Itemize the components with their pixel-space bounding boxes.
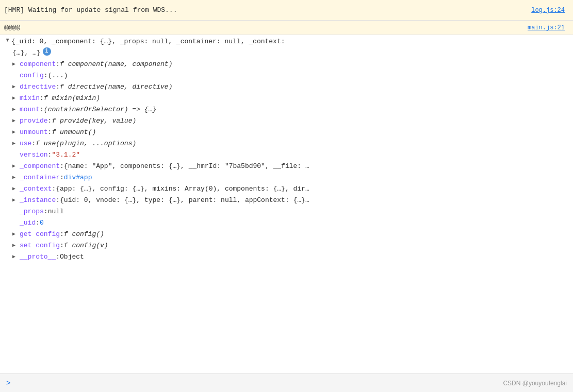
prop-key-get_config: get config: [20, 229, 60, 240]
prop-key-set_config: set config: [20, 240, 60, 251]
prop-triangle-_container[interactable]: ▶: [12, 172, 19, 183]
prop-row-mixin: ▶mixin: f mixin(mixin): [4, 93, 569, 104]
prop-triangle-mixin[interactable]: ▶: [12, 93, 19, 104]
prop-key-version: version: [20, 149, 48, 161]
prop-triangle-_instance[interactable]: ▶: [12, 195, 19, 206]
prop-separator-get_config: :: [60, 229, 64, 240]
prop-value-directive: f directive(name, directive): [60, 81, 172, 93]
prop-key-use: use: [20, 138, 31, 149]
prop-row-get_config: ▶get config: f config(): [4, 229, 569, 240]
prop-row-_component: ▶_component: {name: "App", components: {…: [4, 161, 569, 172]
prop-triangle-directive[interactable]: ▶: [12, 81, 19, 93]
prop-row-mount: ▶mount: (containerOrSelector) => {…}: [4, 104, 569, 115]
prop-no-triangle-config: [12, 70, 19, 81]
prop-value-use: f use(plugin, ...options): [36, 138, 136, 149]
prop-triangle-_component[interactable]: ▶: [12, 161, 19, 172]
prop-separator-mount: :: [40, 104, 44, 115]
prop-triangle-provide[interactable]: ▶: [12, 115, 19, 127]
prop-value-mixin: f mixin(mixin): [44, 93, 100, 104]
prop-row-_context: ▶_context: {app: {…}, config: {…}, mixin…: [4, 183, 569, 195]
prop-row-component: ▶component: f component(name, component): [4, 59, 569, 70]
prop-value-_uid: 0: [40, 217, 44, 229]
obj-preview-row: ▶ {_uid: 0, _component: {…}, _props: nul…: [4, 36, 569, 47]
prop-key-_props: _props: [20, 206, 44, 217]
prop-triangle-use[interactable]: ▶: [12, 138, 19, 149]
prop-row-config: config: (...): [4, 70, 569, 81]
prop-row-use: ▶use: f use(plugin, ...options): [4, 138, 569, 149]
prop-value-_props: null: [48, 206, 64, 217]
obj-preview-text: {_uid: 0, _component: {…}, _props: null,…: [11, 36, 285, 47]
prop-separator-version: :: [48, 149, 52, 161]
console-container: [HMR] Waiting for update signal from WDS…: [0, 0, 573, 392]
prop-value-component: f component(name, component): [60, 59, 172, 70]
obj-preview-row2: {…}, …} i: [4, 47, 569, 59]
watermark: CSDN @youyoufenglai: [503, 380, 567, 387]
prop-separator-_context: :: [52, 183, 56, 195]
prop-row-version: version: "3.1.2": [4, 149, 569, 161]
atат-source[interactable]: main.js:21: [528, 24, 565, 31]
prop-no-triangle-version: [12, 149, 19, 161]
prop-value-_instance: {uid: 0, vnode: {…}, type: {…}, parent: …: [60, 195, 309, 206]
object-block: ▶ {_uid: 0, _component: {…}, _props: nul…: [0, 35, 573, 373]
prop-value-_context: {app: {…}, config: {…}, mixins: Array(0)…: [56, 183, 309, 195]
prop-separator-_container: :: [60, 172, 64, 183]
prop-key-mount: mount: [20, 104, 40, 115]
prop-separator-_uid: :: [36, 217, 40, 229]
prop-triangle-__proto__[interactable]: ▶: [12, 251, 19, 263]
prop-row-unmount: ▶unmount: f unmount(): [4, 127, 569, 138]
prop-separator-component: :: [56, 59, 60, 70]
prop-separator-use: :: [31, 138, 36, 149]
info-icon[interactable]: i: [43, 47, 51, 56]
prop-row-provide: ▶provide: f provide(key, value): [4, 115, 569, 127]
prop-key-_context: _context: [20, 183, 52, 195]
prop-key-component: component: [20, 59, 56, 70]
prop-no-triangle-_uid: [12, 217, 19, 229]
bottom-bar: > CSDN @youyoufenglai: [0, 373, 573, 392]
prop-separator-provide: :: [48, 115, 52, 127]
prop-row-__proto__: ▶__proto__: Object: [4, 251, 569, 263]
prop-value-__proto__: Object: [60, 251, 84, 263]
prop-value-mount: (containerOrSelector) => {…}: [44, 104, 156, 115]
prop-triangle-set_config[interactable]: ▶: [12, 240, 19, 251]
prop-separator-_instance: :: [56, 195, 60, 206]
prop-no-triangle-_props: [12, 206, 19, 217]
prop-value-version: "3.1.2": [52, 149, 80, 161]
hmr-source[interactable]: log.js:24: [531, 7, 565, 14]
console-prompt[interactable]: >: [6, 379, 10, 387]
prop-triangle-component[interactable]: ▶: [12, 59, 19, 70]
prop-separator-unmount: :: [48, 127, 52, 138]
prop-key-mixin: mixin: [20, 93, 40, 104]
prop-separator-directive: :: [56, 81, 60, 93]
prop-key-_instance: _instance: [20, 195, 56, 206]
prop-separator-mixin: :: [40, 93, 44, 104]
prop-separator-__proto__: :: [56, 251, 60, 263]
prop-row-_container: ▶_container: div#app: [4, 172, 569, 183]
prop-separator-set_config: :: [60, 240, 64, 251]
prop-value-get_config: f config(): [64, 229, 104, 240]
prop-key-directive: directive: [20, 81, 56, 93]
prop-row-_instance: ▶_instance: {uid: 0, vnode: {…}, type: {…: [4, 195, 569, 206]
prop-value-set_config: f config(v): [64, 240, 108, 251]
prop-triangle-get_config[interactable]: ▶: [12, 229, 19, 240]
prop-key-__proto__: __proto__: [20, 251, 56, 263]
prop-row-_props: _props: null: [4, 206, 569, 217]
prop-value-_container: div#app: [64, 172, 92, 183]
prop-value-unmount: f unmount(): [52, 127, 96, 138]
prop-triangle-mount[interactable]: ▶: [12, 104, 19, 115]
prop-triangle-unmount[interactable]: ▶: [12, 127, 19, 138]
expand-triangle[interactable]: ▶: [2, 39, 13, 45]
prop-row-directive: ▶directive: f directive(name, directive): [4, 81, 569, 93]
atats-text: @@@@: [4, 24, 20, 31]
prop-key-_component: _component: [20, 161, 60, 172]
obj-preview-text2: {…}, …}: [12, 47, 41, 59]
prop-value-config: (...): [48, 70, 68, 81]
prop-value-provide: f provide(key, value): [52, 115, 136, 127]
prop-key-_container: _container: [20, 172, 60, 183]
prop-separator-config: :: [44, 70, 48, 81]
prop-triangle-_context[interactable]: ▶: [12, 183, 19, 195]
prop-row-_uid: _uid: 0: [4, 217, 569, 229]
prop-key-unmount: unmount: [20, 127, 48, 138]
prop-key-_uid: _uid: [20, 217, 36, 229]
hmr-text: [HMR] Waiting for update signal from WDS…: [4, 6, 177, 14]
prop-key-config: config: [20, 70, 44, 81]
